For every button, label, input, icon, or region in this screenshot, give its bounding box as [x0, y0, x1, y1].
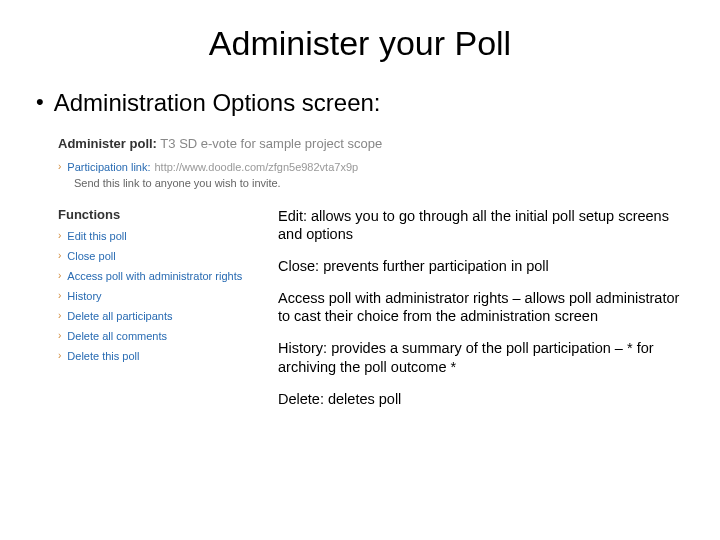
participation-link-label[interactable]: Participation link: — [67, 161, 150, 173]
func-delete-poll[interactable]: › Delete this poll — [58, 350, 278, 362]
func-history[interactable]: › History — [58, 290, 278, 302]
func-delete-comments[interactable]: › Delete all comments — [58, 330, 278, 342]
participation-link-desc: Send this link to anyone you wish to inv… — [74, 177, 684, 189]
participation-link-row: › Participation link: http://www.doodle.… — [58, 161, 684, 173]
func-label: Delete this poll — [67, 350, 139, 362]
desc-close: Close: prevents further participation in… — [278, 257, 684, 275]
chevron-right-icon: › — [58, 270, 61, 281]
admin-screenshot: Administer poll: T3 SD e-vote for sample… — [58, 136, 684, 422]
func-edit[interactable]: › Edit this poll — [58, 230, 278, 242]
func-delete-participants[interactable]: › Delete all participants — [58, 310, 278, 322]
admin-poll-title: T3 SD e-vote for sample project scope — [160, 136, 382, 151]
chevron-right-icon: › — [58, 161, 61, 172]
functions-column: Functions › Edit this poll › Close poll … — [58, 207, 278, 370]
func-close[interactable]: › Close poll — [58, 250, 278, 262]
admin-poll-header: Administer poll: T3 SD e-vote for sample… — [58, 136, 684, 151]
chevron-right-icon: › — [58, 290, 61, 301]
func-label: Delete all comments — [67, 330, 167, 342]
chevron-right-icon: › — [58, 250, 61, 261]
desc-access: Access poll with administrator rights – … — [278, 289, 684, 325]
desc-delete: Delete: deletes poll — [278, 390, 684, 408]
chevron-right-icon: › — [58, 230, 61, 241]
desc-edit: Edit: allows you to go through all the i… — [278, 207, 684, 243]
descriptions-column: Edit: allows you to go through all the i… — [278, 207, 684, 422]
func-label: Access poll with administrator rights — [67, 270, 242, 282]
desc-history: History: provides a summary of the poll … — [278, 339, 684, 375]
participation-link-url: http://www.doodle.com/zfgn5e982vta7x9p — [155, 161, 359, 173]
chevron-right-icon: › — [58, 350, 61, 361]
functions-header: Functions — [58, 207, 278, 222]
chevron-right-icon: › — [58, 310, 61, 321]
bullet-text: Administration Options screen: — [54, 89, 381, 118]
func-label: Delete all participants — [67, 310, 172, 322]
bullet-row: • Administration Options screen: — [36, 89, 684, 118]
admin-label: Administer poll: — [58, 136, 157, 151]
func-label: Close poll — [67, 250, 115, 262]
chevron-right-icon: › — [58, 330, 61, 341]
func-label: History — [67, 290, 101, 302]
slide-title: Administer your Poll — [36, 24, 684, 63]
func-access-admin[interactable]: › Access poll with administrator rights — [58, 270, 278, 282]
bullet-icon: • — [36, 89, 44, 115]
func-label: Edit this poll — [67, 230, 126, 242]
